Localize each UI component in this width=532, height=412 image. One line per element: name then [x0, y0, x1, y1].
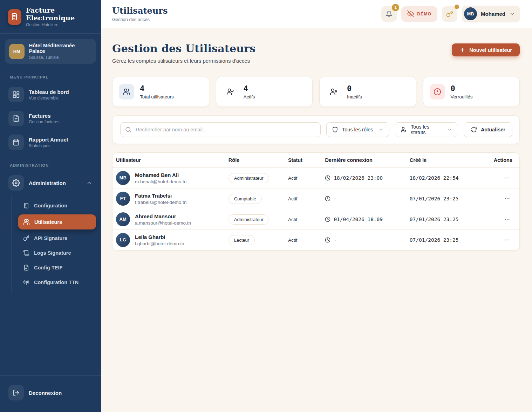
sidebar-item-label: Configuration	[34, 203, 67, 208]
header-subtitle: Gestion des acces	[112, 17, 168, 22]
role-filter-select[interactable]: Tous les rôles	[326, 122, 389, 137]
status-badge: Actif	[288, 176, 297, 181]
stat-value: 0	[451, 84, 473, 93]
user-menu-button[interactable]: MB Mohamed	[462, 6, 520, 22]
users-table: Utilisateur Rôle Statut Dernière connexi…	[112, 153, 519, 250]
refresh-label: Actualiser	[481, 127, 505, 132]
demo-label: DÉMO	[417, 12, 431, 16]
avatar: FT	[116, 192, 130, 206]
sidebar-spacer	[0, 293, 101, 375]
table-row: MB Mohamed Ben Ali m.benali@hotel-demo.t…	[112, 168, 519, 188]
radio-tower-icon	[23, 279, 29, 286]
search-input[interactable]	[120, 122, 321, 137]
clock-icon	[325, 217, 330, 222]
new-user-button[interactable]: Nouvel utilisateur	[452, 43, 520, 56]
api-key-button[interactable]	[442, 6, 457, 22]
sidebar-item-label: Logs Signature	[34, 250, 71, 256]
scroll-icon	[23, 250, 29, 256]
sidebar-item-api-signature[interactable]: API Signature	[18, 232, 96, 244]
chevron-down-icon	[509, 11, 515, 17]
role-badge: Administrateur	[229, 173, 269, 183]
sidebar-item-config-teif[interactable]: Config TEIF	[18, 262, 96, 274]
hotel-card[interactable]: HM Hôtel Méditerranée Palace Sousse, Tun…	[5, 39, 96, 64]
role-badge: Administrateur	[229, 214, 269, 225]
column-header: Statut	[284, 153, 321, 168]
created-date: 07/01/2026 23:25	[410, 217, 459, 222]
status-dot	[455, 5, 459, 9]
admin-submenu: Configuration Utilisateurs API Signature…	[12, 195, 101, 293]
notifications-button[interactable]: 1	[381, 6, 397, 22]
user-email: m.benali@hotel-demo.tn	[135, 179, 186, 184]
created-date: 18/02/2026 22:54	[410, 175, 459, 181]
menu-section-label: MENU PRINCIPAL	[0, 66, 101, 83]
sidebar-item-rapport-annuel[interactable]: Rapport Annuel Statistiques	[5, 132, 96, 152]
sidebar-item-utilisateurs[interactable]: Utilisateurs	[18, 214, 96, 229]
last-login: 18/02/2026 23:00	[334, 175, 383, 181]
clock-icon	[325, 175, 330, 181]
clock-icon	[325, 237, 330, 243]
app-title: Facture Electronique	[26, 6, 95, 22]
status-filter-value: Tous les statuts	[411, 124, 443, 135]
stat-label: Verrouillés	[451, 94, 473, 99]
user-x-icon	[326, 84, 341, 99]
row-actions-button[interactable]	[502, 235, 512, 245]
stat-label: Total utilisateurs	[140, 94, 174, 99]
eye-off-icon	[407, 11, 414, 17]
user-name: Mohamed	[481, 11, 505, 17]
page-title: Gestion des Utilisateurs	[112, 42, 255, 55]
table-row: AM Ahmed Mansour a.mansour@hotel-demo.tn…	[112, 209, 519, 230]
invoice-file-icon	[8, 111, 24, 126]
status-filter-select[interactable]: Tous les statuts	[395, 122, 458, 137]
admin-section-label: ADMINISTRATION	[0, 154, 101, 171]
hotel-location: Sousse, Tunisie	[29, 55, 92, 60]
sidebar-item-administration[interactable]: Administration	[5, 173, 96, 193]
sidebar-item-logs-signature[interactable]: Logs Signature	[18, 247, 96, 259]
column-header: Dernière connexion	[321, 153, 405, 168]
plus-icon	[459, 47, 465, 53]
top-header: Utilisateurs Gestion des acces 1 DÉMO MB…	[101, 0, 532, 28]
gear-icon	[8, 175, 24, 191]
stat-card-verrouilles: 0 Verrouillés	[423, 77, 520, 107]
chevron-up-icon	[86, 180, 93, 186]
clock-icon	[325, 196, 330, 201]
user-avatar: MB	[464, 7, 477, 20]
header-title: Utilisateurs	[112, 6, 168, 16]
role-badge: Lecteur	[229, 235, 255, 245]
row-actions-button[interactable]	[502, 215, 512, 224]
column-header: Rôle	[224, 153, 284, 168]
sidebar-item-configuration-ttn[interactable]: Configuration TTN	[18, 276, 96, 288]
sidebar-item-factures[interactable]: Factures Gestion factures	[5, 108, 96, 129]
last-login: -	[334, 196, 337, 201]
hotel-name: Hôtel Méditerranée Palace	[29, 43, 92, 54]
demo-mode-button[interactable]: DÉMO	[401, 6, 437, 22]
column-header: Utilisateur	[112, 153, 224, 168]
table-row: LG Leila Gharbi l.gharbi@hotel-demo.tn L…	[112, 230, 519, 250]
sidebar-item-label: Tableau de bord	[29, 89, 69, 95]
stat-value: 4	[140, 84, 174, 93]
users-table-card: Utilisateur Rôle Statut Dernière connexi…	[112, 152, 520, 250]
stat-value: 0	[347, 84, 362, 93]
status-badge: Actif	[288, 238, 297, 243]
stat-value: 4	[244, 84, 255, 93]
building-icon	[23, 202, 29, 209]
role-badge: Comptable	[229, 194, 262, 204]
users-icon	[23, 219, 30, 225]
row-actions-button[interactable]	[502, 194, 512, 203]
created-date: 07/01/2026 23:25	[410, 237, 459, 243]
sidebar-item-dashboard[interactable]: Tableau de bord Vue d'ensemble	[5, 84, 96, 105]
users-icon	[119, 84, 134, 99]
main-area: Utilisateurs Gestion des acces 1 DÉMO MB…	[101, 0, 532, 412]
sidebar-item-label: Factures	[29, 113, 59, 119]
invoice-logo-icon	[8, 9, 21, 25]
row-actions-button[interactable]	[502, 173, 512, 183]
stat-card-total: 4 Total utilisateurs	[112, 77, 209, 107]
status-badge: Actif	[288, 217, 297, 222]
sidebar-item-label: Administration	[29, 180, 66, 186]
avatar: MB	[116, 171, 130, 185]
logout-button[interactable]: Deconnexion	[5, 383, 96, 403]
sidebar-item-configuration[interactable]: Configuration	[18, 200, 96, 212]
logout-icon	[8, 385, 24, 400]
key-icon	[446, 11, 453, 18]
refresh-button[interactable]: Actualiser	[464, 122, 512, 137]
shield-icon	[332, 126, 338, 133]
